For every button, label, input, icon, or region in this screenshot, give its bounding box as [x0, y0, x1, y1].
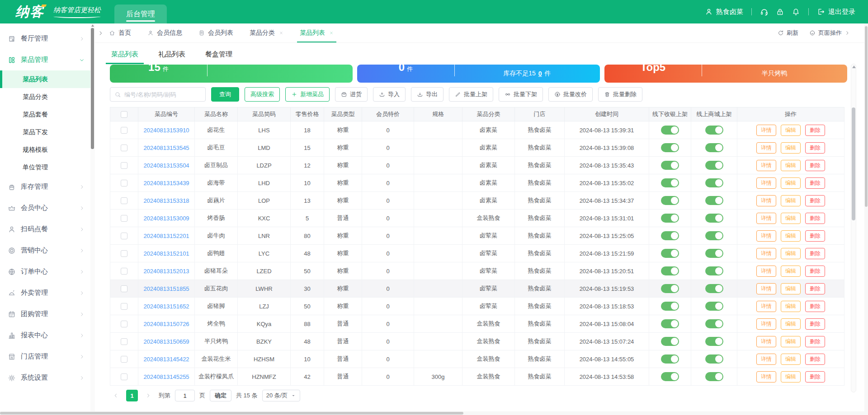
sidebar-item-dish-mgmt[interactable]: 菜品管理 [0, 49, 90, 70]
sidebar-item-unit-mgmt[interactable]: 单位管理 [0, 159, 90, 176]
mall-onshelf-toggle[interactable] [705, 249, 723, 258]
row-checkbox[interactable] [121, 127, 127, 134]
mall-onshelf-toggle[interactable] [705, 284, 723, 293]
batch-price-button[interactable]: 批量改价 [548, 87, 593, 102]
mall-onshelf-toggle[interactable] [705, 337, 723, 346]
current-user[interactable]: 熟食卤菜 [705, 8, 743, 16]
edit-button[interactable]: 编辑 [781, 336, 801, 347]
row-checkbox[interactable] [121, 215, 127, 222]
add-dish-button[interactable]: 新增菜品 [285, 87, 330, 102]
dish-id-link[interactable]: 20240813150659 [143, 338, 189, 345]
delete-button[interactable]: 删除 [805, 248, 825, 259]
dish-id-link[interactable]: 20240813150726 [143, 321, 189, 327]
detail-button[interactable]: 详情 [756, 160, 776, 171]
tab-member-info[interactable]: 会员信息 [147, 23, 182, 42]
page-scrollbar[interactable] [864, 23, 868, 411]
row-checkbox[interactable] [121, 356, 127, 363]
detail-button[interactable]: 详情 [756, 318, 776, 330]
notification-button[interactable] [792, 8, 800, 16]
tab-home[interactable]: 首页 [109, 23, 131, 42]
tab-member-list[interactable]: 会员列表 [198, 23, 233, 42]
edit-button[interactable]: 编辑 [781, 142, 801, 154]
delete-button[interactable]: 删除 [805, 283, 825, 294]
delete-button[interactable]: 删除 [805, 354, 825, 365]
dish-id-link[interactable]: 20240813152013 [143, 268, 189, 275]
detail-button[interactable]: 详情 [756, 142, 776, 154]
pos-onshelf-toggle[interactable] [661, 126, 679, 135]
row-checkbox[interactable] [121, 338, 127, 345]
mall-onshelf-toggle[interactable] [705, 231, 723, 240]
dish-id-link[interactable]: 20240813151855 [143, 285, 189, 292]
detail-button[interactable]: 详情 [756, 248, 776, 259]
sidebar-collapse-button[interactable] [98, 30, 104, 36]
mall-onshelf-toggle[interactable] [705, 214, 723, 223]
search-input[interactable] [124, 91, 201, 98]
jump-page-input[interactable] [175, 390, 195, 401]
pos-onshelf-toggle[interactable] [661, 161, 679, 170]
row-checkbox[interactable] [121, 197, 127, 204]
delete-button[interactable]: 删除 [805, 195, 825, 206]
detail-button[interactable]: 详情 [756, 354, 776, 365]
mall-onshelf-toggle[interactable] [705, 319, 723, 328]
delete-button[interactable]: 删除 [805, 266, 825, 277]
page-size-select[interactable]: 20 条/页 [262, 390, 301, 401]
pos-onshelf-toggle[interactable] [661, 319, 679, 328]
detail-button[interactable]: 详情 [756, 177, 776, 189]
sidebar-item-restaurant-mgmt[interactable]: 餐厅管理 [0, 28, 90, 49]
row-checkbox[interactable] [121, 162, 127, 169]
page-number-button[interactable]: 1 [126, 390, 138, 401]
pos-onshelf-toggle[interactable] [661, 214, 679, 223]
subtab-gift-list[interactable]: 礼品列表 [157, 47, 186, 64]
edit-button[interactable]: 编辑 [781, 213, 801, 224]
delete-button[interactable]: 删除 [805, 371, 825, 382]
delete-button[interactable]: 删除 [805, 177, 825, 189]
edit-button[interactable]: 编辑 [781, 283, 801, 294]
edit-button[interactable]: 编辑 [781, 371, 801, 382]
sidebar-item-groupbuy-mgmt[interactable]: 团购管理 [0, 303, 90, 325]
pos-onshelf-toggle[interactable] [661, 302, 679, 311]
export-button[interactable]: 导出 [411, 87, 443, 102]
tab-dish-list[interactable]: 菜品列表 [300, 23, 334, 42]
edit-button[interactable]: 编辑 [781, 248, 801, 259]
row-checkbox[interactable] [121, 285, 127, 292]
delete-button[interactable]: 删除 [805, 301, 825, 312]
jump-confirm-button[interactable]: 确定 [210, 390, 231, 401]
detail-button[interactable]: 详情 [756, 125, 776, 136]
sidebar-scrollbar[interactable] [90, 23, 95, 415]
sidebar-item-spec-template[interactable]: 规格模板 [0, 141, 90, 159]
pos-onshelf-toggle[interactable] [661, 249, 679, 258]
mall-onshelf-toggle[interactable] [705, 372, 723, 381]
detail-button[interactable]: 详情 [756, 301, 776, 312]
advanced-search-button[interactable]: 高级搜索 [245, 87, 280, 102]
select-all-checkbox[interactable] [121, 111, 127, 118]
delete-button[interactable]: 删除 [805, 230, 825, 242]
batch-delete-button[interactable]: 批量删除 [598, 87, 642, 102]
dish-id-link[interactable]: 20240813153439 [143, 180, 189, 187]
support-button[interactable] [760, 8, 769, 16]
dish-id-link[interactable]: 20240813145255 [143, 373, 189, 380]
import-button[interactable]: 导入 [373, 87, 406, 102]
pos-onshelf-toggle[interactable] [661, 266, 679, 275]
detail-button[interactable]: 详情 [756, 266, 776, 277]
dish-id-link[interactable]: 20240813153910 [143, 127, 189, 134]
edit-button[interactable]: 编辑 [781, 125, 801, 136]
sidebar-item-dish-list[interactable]: 菜品列表 [0, 70, 90, 88]
delete-button[interactable]: 删除 [805, 213, 825, 224]
close-tab-button[interactable] [329, 31, 334, 35]
horizontal-scrollbar-thumb[interactable] [0, 412, 463, 415]
pos-onshelf-toggle[interactable] [661, 231, 679, 240]
sidebar-scrollbar-thumb[interactable] [91, 28, 94, 149]
stock-warning-link[interactable]: 0 [538, 70, 542, 77]
page-scrollbar-thumb[interactable] [865, 26, 868, 207]
detail-button[interactable]: 详情 [756, 230, 776, 242]
mall-onshelf-toggle[interactable] [705, 266, 723, 275]
dish-id-link[interactable]: 20240813152101 [143, 250, 189, 257]
mall-onshelf-toggle[interactable] [705, 302, 723, 311]
scroll-up-arrow-icon[interactable] [91, 24, 94, 27]
edit-button[interactable]: 编辑 [781, 301, 801, 312]
dish-id-link[interactable]: 20240813153545 [143, 145, 189, 151]
sidebar-item-dish-combo[interactable]: 菜品套餐 [0, 106, 90, 123]
search-button[interactable]: 查询 [211, 87, 239, 102]
sidebar-item-marketing-center[interactable]: 营销中心 [0, 240, 90, 261]
edit-button[interactable]: 编辑 [781, 318, 801, 330]
